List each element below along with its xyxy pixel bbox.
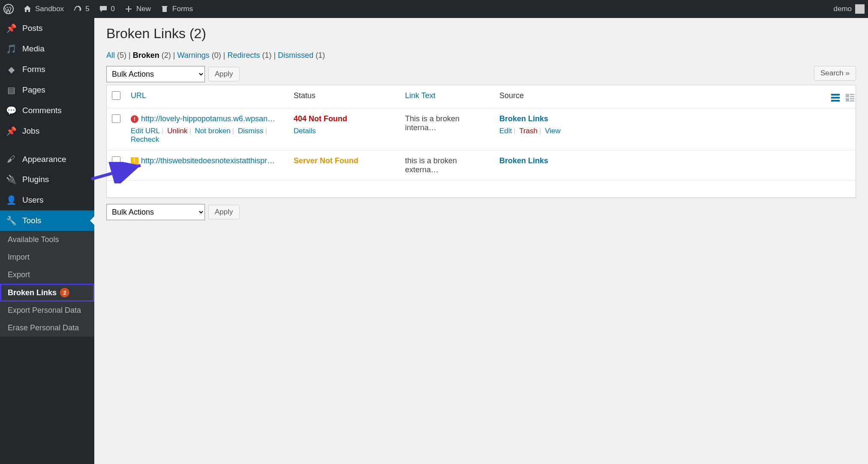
- plus-icon: [124, 5, 133, 13]
- bulk-actions-select[interactable]: Bulk Actions: [106, 66, 205, 82]
- comments-link[interactable]: 0: [99, 5, 115, 13]
- svg-rect-2: [831, 97, 840, 99]
- recheck-action[interactable]: Recheck: [131, 135, 159, 144]
- comment-icon: [99, 5, 108, 13]
- link-text: This is a broken interna…: [405, 114, 460, 132]
- updates-link[interactable]: 5: [73, 5, 89, 13]
- source-link[interactable]: Broken Links: [499, 114, 548, 123]
- bulk-actions-select-bottom[interactable]: Bulk Actions: [106, 204, 205, 220]
- svg-rect-3: [831, 100, 840, 102]
- row-checkbox[interactable]: [112, 156, 120, 165]
- wp-logo[interactable]: [3, 4, 14, 14]
- sidebar-item-comments[interactable]: 💬Comments: [0, 100, 94, 121]
- svg-rect-1: [831, 94, 840, 96]
- tablenav-top: Bulk Actions Apply: [106, 66, 856, 82]
- details-link[interactable]: Details: [294, 127, 316, 135]
- trash-action[interactable]: Trash: [519, 127, 538, 135]
- comments-count: 0: [111, 5, 115, 13]
- svg-rect-6: [850, 96, 854, 97]
- source-actions: Edit| Trash| View: [499, 127, 850, 135]
- sidebar-item-tools[interactable]: 🔧Tools: [0, 210, 94, 231]
- user-menu[interactable]: demo: [833, 4, 865, 14]
- row-checkbox[interactable]: [112, 114, 120, 123]
- user-icon: 👤: [6, 195, 16, 205]
- plug-icon: 🔌: [6, 174, 16, 185]
- view-list-icon[interactable]: [829, 92, 841, 104]
- forms-icon: [160, 5, 169, 13]
- pin-icon: 📌: [6, 23, 16, 33]
- apply-button[interactable]: Apply: [208, 67, 240, 81]
- filter-links: All (5) | Broken (2) | Warnings (0) | Re…: [106, 51, 856, 60]
- home-icon: [23, 5, 32, 13]
- wrench-icon: 🔧: [6, 216, 16, 226]
- pin-icon: 📌: [6, 126, 16, 136]
- admin-bar-left: Sandbox 5 0 New Forms: [3, 4, 193, 14]
- sidebar-item-users[interactable]: 👤Users: [0, 190, 94, 210]
- view-action[interactable]: View: [545, 127, 561, 135]
- admin-bar-right: demo: [833, 4, 865, 14]
- edit-action[interactable]: Edit: [499, 127, 512, 135]
- forms-icon: ◆: [6, 64, 16, 75]
- sidebar-item-pages[interactable]: ▤Pages: [0, 80, 94, 100]
- site-name: Sandbox: [35, 5, 64, 13]
- link-text: this is a broken externa…: [405, 156, 457, 174]
- site-name-link[interactable]: Sandbox: [23, 5, 64, 13]
- svg-rect-7: [846, 98, 849, 102]
- sidebar-item-jobs[interactable]: 📌Jobs: [0, 121, 94, 141]
- svg-rect-4: [846, 94, 849, 97]
- table-row: http://thiswebsitedoesnotexistatthispr… …: [107, 150, 856, 181]
- filter-redirects[interactable]: Redirects: [228, 51, 260, 60]
- main-content: Broken Links (2) Search » All (5) | Brok…: [94, 18, 868, 231]
- table-spacer: [107, 181, 856, 198]
- view-switch: [829, 92, 856, 104]
- status-text: Server Not Found: [294, 156, 358, 165]
- user-name: demo: [833, 5, 852, 13]
- warning-icon: [131, 157, 138, 165]
- avatar: [855, 4, 865, 14]
- page-title: Broken Links (2): [106, 26, 856, 42]
- filter-all[interactable]: All: [106, 51, 115, 60]
- forms-link[interactable]: Forms: [160, 5, 193, 13]
- col-source: Source: [494, 85, 856, 108]
- status-text: 404 Not Found: [294, 114, 347, 123]
- unlink-action[interactable]: Unlink: [167, 127, 187, 135]
- dismiss-action[interactable]: Dismiss: [238, 127, 264, 135]
- sidebar-item-forms[interactable]: ◆Forms: [0, 59, 94, 80]
- sidebar-item-media[interactable]: 🎵Media: [0, 39, 94, 59]
- media-icon: 🎵: [6, 44, 16, 54]
- admin-bar: Sandbox 5 0 New Forms demo: [0, 0, 868, 18]
- edit-url-action[interactable]: Edit URL: [131, 127, 160, 135]
- comment-icon: 💬: [6, 105, 16, 116]
- col-status: Status: [288, 85, 400, 108]
- apply-button-bottom[interactable]: Apply: [208, 205, 240, 219]
- svg-rect-5: [850, 94, 854, 95]
- tablenav-bottom: Bulk Actions Apply: [106, 204, 856, 220]
- links-table: URL Status Link Text Source http://lovel…: [106, 85, 856, 198]
- url-link[interactable]: http://thiswebsitedoesnotexistatthispr…: [141, 156, 275, 165]
- sidebar-item-posts[interactable]: 📌Posts: [0, 18, 94, 39]
- refresh-icon: [73, 5, 82, 13]
- filter-warnings[interactable]: Warnings: [177, 51, 209, 60]
- admin-sidebar: 📌Posts 🎵Media ◆Forms ▤Pages 💬Comments 📌J…: [0, 18, 94, 231]
- svg-rect-8: [850, 98, 854, 99]
- filter-broken[interactable]: Broken: [133, 51, 159, 60]
- search-button[interactable]: Search »: [814, 66, 856, 81]
- sidebar-item-plugins[interactable]: 🔌Plugins: [0, 169, 94, 190]
- page-icon: ▤: [6, 85, 16, 95]
- url-link[interactable]: http://lovely-hippopotamus.w6.wpsan…: [141, 114, 275, 123]
- wordpress-icon: [3, 4, 14, 14]
- source-link[interactable]: Broken Links: [499, 156, 548, 165]
- sidebar-item-appearance[interactable]: 🖌Appearance: [0, 149, 94, 169]
- col-linktext[interactable]: Link Text: [405, 91, 436, 100]
- error-icon: [131, 115, 138, 123]
- row-actions: Edit URL| Unlink| Not broken| Dismiss| R…: [131, 127, 283, 144]
- new-content-link[interactable]: New: [124, 5, 151, 13]
- filter-dismissed[interactable]: Dismissed: [278, 51, 313, 60]
- new-label: New: [136, 5, 151, 13]
- brush-icon: 🖌: [6, 154, 16, 164]
- col-url[interactable]: URL: [131, 91, 146, 100]
- select-all-checkbox[interactable]: [112, 91, 120, 100]
- not-broken-action[interactable]: Not broken: [195, 127, 231, 135]
- view-excerpt-icon[interactable]: [844, 92, 856, 104]
- svg-rect-9: [850, 100, 854, 102]
